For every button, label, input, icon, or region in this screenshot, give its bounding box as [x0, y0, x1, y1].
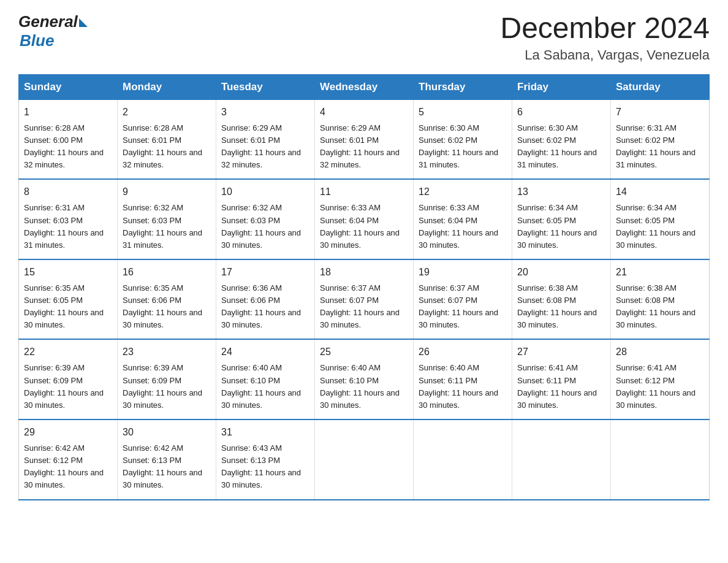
day-cell: 11Sunrise: 6:33 AMSunset: 6:04 PMDayligh…: [315, 179, 414, 259]
day-info: Sunrise: 6:37 AMSunset: 6:07 PMDaylight:…: [320, 282, 408, 332]
week-row-5: 29Sunrise: 6:42 AMSunset: 6:12 PMDayligh…: [19, 419, 710, 500]
day-number: 16: [123, 265, 211, 280]
day-number: 22: [24, 345, 112, 359]
col-header-thursday: Thursday: [414, 74, 512, 99]
day-cell: 24Sunrise: 6:40 AMSunset: 6:10 PMDayligh…: [216, 339, 315, 419]
day-number: 2: [123, 105, 211, 120]
day-number: 29: [24, 425, 112, 440]
day-number: 21: [616, 265, 704, 280]
day-number: 13: [517, 185, 605, 199]
day-number: 18: [320, 265, 408, 280]
day-info: Sunrise: 6:35 AMSunset: 6:05 PMDaylight:…: [24, 282, 112, 332]
day-number: 31: [221, 425, 309, 440]
col-header-wednesday: Wednesday: [315, 74, 414, 99]
day-cell: [512, 419, 611, 500]
day-info: Sunrise: 6:40 AMSunset: 6:10 PMDaylight:…: [320, 362, 408, 412]
calendar-body: 1Sunrise: 6:28 AMSunset: 6:00 PMDaylight…: [19, 99, 710, 499]
day-cell: 15Sunrise: 6:35 AMSunset: 6:05 PMDayligh…: [19, 259, 118, 340]
week-row-1: 1Sunrise: 6:28 AMSunset: 6:00 PMDaylight…: [19, 99, 710, 179]
day-info: Sunrise: 6:30 AMSunset: 6:02 PMDaylight:…: [517, 122, 605, 172]
day-number: 10: [221, 185, 309, 199]
logo: General Blue: [18, 12, 88, 50]
day-cell: 6Sunrise: 6:30 AMSunset: 6:02 PMDaylight…: [512, 99, 611, 179]
day-info: Sunrise: 6:37 AMSunset: 6:07 PMDaylight:…: [419, 282, 507, 332]
day-info: Sunrise: 6:35 AMSunset: 6:06 PMDaylight:…: [123, 282, 211, 332]
day-info: Sunrise: 6:41 AMSunset: 6:12 PMDaylight:…: [616, 362, 704, 412]
day-cell: 5Sunrise: 6:30 AMSunset: 6:02 PMDaylight…: [414, 99, 512, 179]
day-cell: 21Sunrise: 6:38 AMSunset: 6:08 PMDayligh…: [611, 259, 710, 340]
day-number: 19: [419, 265, 507, 280]
title-area: December 2024 La Sabana, Vargas, Venezue…: [500, 12, 710, 63]
day-cell: 13Sunrise: 6:34 AMSunset: 6:05 PMDayligh…: [512, 179, 611, 259]
col-header-friday: Friday: [512, 74, 611, 99]
day-cell: 23Sunrise: 6:39 AMSunset: 6:09 PMDayligh…: [118, 339, 216, 419]
week-row-2: 8Sunrise: 6:31 AMSunset: 6:03 PMDaylight…: [19, 179, 710, 259]
header-row: SundayMondayTuesdayWednesdayThursdayFrid…: [19, 74, 710, 99]
day-number: 27: [517, 345, 605, 359]
day-number: 26: [419, 345, 507, 359]
col-header-saturday: Saturday: [611, 74, 710, 99]
day-cell: 12Sunrise: 6:33 AMSunset: 6:04 PMDayligh…: [414, 179, 512, 259]
day-info: Sunrise: 6:28 AMSunset: 6:01 PMDaylight:…: [123, 122, 211, 172]
day-number: 6: [517, 105, 605, 120]
day-info: Sunrise: 6:29 AMSunset: 6:01 PMDaylight:…: [221, 122, 309, 172]
week-row-3: 15Sunrise: 6:35 AMSunset: 6:05 PMDayligh…: [19, 259, 710, 340]
day-number: 28: [616, 345, 704, 359]
day-number: 20: [517, 265, 605, 280]
day-cell: 2Sunrise: 6:28 AMSunset: 6:01 PMDaylight…: [118, 99, 216, 179]
day-number: 11: [320, 185, 408, 199]
day-cell: 27Sunrise: 6:41 AMSunset: 6:11 PMDayligh…: [512, 339, 611, 419]
day-info: Sunrise: 6:40 AMSunset: 6:10 PMDaylight:…: [221, 362, 309, 412]
day-number: 9: [123, 185, 211, 199]
logo-general-text: General: [18, 12, 78, 31]
col-header-tuesday: Tuesday: [216, 74, 315, 99]
day-cell: 29Sunrise: 6:42 AMSunset: 6:12 PMDayligh…: [19, 419, 118, 500]
day-cell: 7Sunrise: 6:31 AMSunset: 6:02 PMDaylight…: [611, 99, 710, 179]
col-header-monday: Monday: [118, 74, 216, 99]
day-info: Sunrise: 6:30 AMSunset: 6:02 PMDaylight:…: [419, 122, 507, 172]
calendar-subtitle: La Sabana, Vargas, Venezuela: [500, 47, 710, 63]
day-cell: [414, 419, 512, 500]
calendar-header: SundayMondayTuesdayWednesdayThursdayFrid…: [19, 74, 710, 99]
day-number: 15: [24, 265, 112, 280]
day-cell: 14Sunrise: 6:34 AMSunset: 6:05 PMDayligh…: [611, 179, 710, 259]
day-info: Sunrise: 6:38 AMSunset: 6:08 PMDaylight:…: [616, 282, 704, 332]
day-cell: 1Sunrise: 6:28 AMSunset: 6:00 PMDaylight…: [19, 99, 118, 179]
day-cell: 25Sunrise: 6:40 AMSunset: 6:10 PMDayligh…: [315, 339, 414, 419]
day-cell: 17Sunrise: 6:36 AMSunset: 6:06 PMDayligh…: [216, 259, 315, 340]
day-cell: 19Sunrise: 6:37 AMSunset: 6:07 PMDayligh…: [414, 259, 512, 340]
day-cell: 26Sunrise: 6:40 AMSunset: 6:11 PMDayligh…: [414, 339, 512, 419]
day-info: Sunrise: 6:40 AMSunset: 6:11 PMDaylight:…: [419, 362, 507, 412]
day-cell: 9Sunrise: 6:32 AMSunset: 6:03 PMDaylight…: [118, 179, 216, 259]
day-number: 25: [320, 345, 408, 359]
logo-triangle-icon: [79, 18, 88, 27]
day-number: 24: [221, 345, 309, 359]
day-number: 17: [221, 265, 309, 280]
day-number: 4: [320, 105, 408, 120]
day-cell: 3Sunrise: 6:29 AMSunset: 6:01 PMDaylight…: [216, 99, 315, 179]
day-cell: 18Sunrise: 6:37 AMSunset: 6:07 PMDayligh…: [315, 259, 414, 340]
day-number: 1: [24, 105, 112, 120]
day-info: Sunrise: 6:29 AMSunset: 6:01 PMDaylight:…: [320, 122, 408, 172]
day-info: Sunrise: 6:32 AMSunset: 6:03 PMDaylight:…: [123, 202, 211, 251]
day-number: 23: [123, 345, 211, 359]
day-info: Sunrise: 6:39 AMSunset: 6:09 PMDaylight:…: [24, 362, 112, 412]
day-info: Sunrise: 6:43 AMSunset: 6:13 PMDaylight:…: [221, 442, 309, 492]
day-number: 5: [419, 105, 507, 120]
day-cell: 31Sunrise: 6:43 AMSunset: 6:13 PMDayligh…: [216, 419, 315, 500]
day-number: 30: [123, 425, 211, 440]
day-cell: [611, 419, 710, 500]
day-cell: 4Sunrise: 6:29 AMSunset: 6:01 PMDaylight…: [315, 99, 414, 179]
day-info: Sunrise: 6:34 AMSunset: 6:05 PMDaylight:…: [616, 202, 704, 251]
day-cell: 20Sunrise: 6:38 AMSunset: 6:08 PMDayligh…: [512, 259, 611, 340]
page-header: General Blue December 2024 La Sabana, Va…: [18, 12, 710, 63]
day-info: Sunrise: 6:42 AMSunset: 6:13 PMDaylight:…: [123, 442, 211, 492]
day-info: Sunrise: 6:32 AMSunset: 6:03 PMDaylight:…: [221, 202, 309, 251]
calendar-title: December 2024: [500, 12, 710, 45]
calendar-table: SundayMondayTuesdayWednesdayThursdayFrid…: [18, 74, 710, 500]
day-info: Sunrise: 6:33 AMSunset: 6:04 PMDaylight:…: [419, 202, 507, 251]
day-info: Sunrise: 6:36 AMSunset: 6:06 PMDaylight:…: [221, 282, 309, 332]
day-cell: [315, 419, 414, 500]
day-number: 12: [419, 185, 507, 199]
day-info: Sunrise: 6:39 AMSunset: 6:09 PMDaylight:…: [123, 362, 211, 412]
